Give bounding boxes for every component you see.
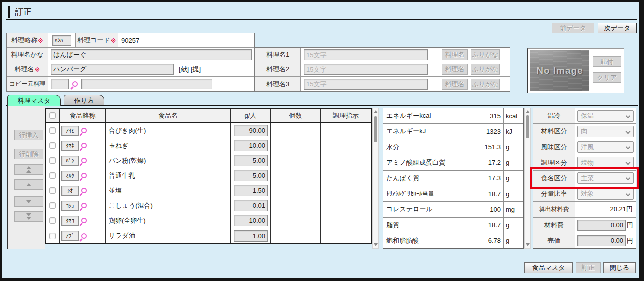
grams-input[interactable]: 1.00 — [234, 230, 268, 242]
search-icon[interactable] — [81, 188, 87, 193]
calculated-cost-row: 算出材料費 20.21円 — [533, 202, 636, 217]
copy-source-row: コピー元料理 — [7, 77, 254, 91]
alt-name-2-furigana-button[interactable]: ふりがな — [471, 64, 500, 75]
next-data-button[interactable]: 次データ — [598, 23, 637, 33]
col-header-count: 個数 — [271, 109, 321, 122]
scroll-down-icon[interactable] — [526, 243, 530, 246]
search-icon[interactable] — [81, 128, 87, 133]
ratio-select[interactable]: 対象 — [577, 188, 634, 200]
nutrition-scrollbar[interactable] — [524, 108, 531, 249]
abbr-input[interactable]: ﾀﾏｺ — [61, 216, 79, 226]
tab-dish-master[interactable]: 料理マスタ — [7, 95, 61, 106]
row-checkbox[interactable] — [49, 172, 56, 179]
alt-name-1-name-button[interactable]: 料理名 — [442, 49, 468, 60]
search-icon[interactable] — [81, 233, 87, 239]
row-checkbox[interactable] — [49, 127, 56, 134]
clear-image-button[interactable]: クリア — [593, 72, 621, 83]
scroll-down-icon[interactable] — [374, 243, 378, 246]
separator-line — [372, 252, 638, 252]
alt-name-1-furigana-button[interactable]: ふりがな — [471, 49, 500, 60]
instruction-cell — [321, 183, 371, 198]
search-icon[interactable] — [72, 81, 78, 87]
material-category-select[interactable]: 肉 — [577, 126, 634, 137]
search-icon[interactable] — [81, 173, 87, 178]
grams-input[interactable]: 5.00 — [234, 155, 268, 166]
abbr-input[interactable]: ｱﾌﾞ — [61, 231, 79, 241]
select-all-checkbox[interactable] — [49, 112, 56, 119]
tab-recipe[interactable]: 作り方 — [64, 95, 104, 106]
dish-name-input[interactable]: ハンバーグ — [51, 64, 174, 75]
dish-name-label: 料理名※ — [7, 62, 48, 76]
flavor-category-select[interactable]: 洋風 — [577, 141, 634, 153]
alt-name-3-name-button[interactable]: 料理名 — [442, 79, 468, 90]
table-row: ﾐﾙｸ 普通牛乳 5.00 — [46, 168, 371, 183]
copy-source-name-input[interactable] — [81, 79, 212, 89]
dish-abbr-input[interactable]: ﾊﾝﾊ — [52, 35, 71, 46]
food-master-button[interactable]: 食品マスタ — [524, 262, 573, 273]
dish-kana-input[interactable]: はんばーぐ — [51, 49, 252, 60]
grams-input[interactable]: 10.00 — [234, 140, 268, 151]
correct-button[interactable]: 訂正 — [576, 262, 601, 273]
prev-data-button[interactable]: 前データ — [552, 23, 594, 33]
paste-image-button[interactable]: 貼付 — [593, 56, 621, 67]
grams-input[interactable]: 1.50 — [234, 185, 268, 196]
close-button[interactable]: 閉じる — [603, 262, 636, 273]
alt-name-3-furigana-button[interactable]: ふりがな — [471, 79, 500, 90]
ingredients-table: 食品略称 食品名 g/人 個数 調理指示 ｱｲﾋ 合びき肉(生) 90.00 ﾀ… — [45, 108, 372, 244]
abbr-input[interactable]: ﾊﾟﾝ — [61, 156, 79, 166]
food-name: 玉ねぎ — [106, 138, 231, 153]
insert-row-button[interactable]: 行挿入 — [14, 130, 43, 140]
move-down-button[interactable] — [14, 196, 43, 207]
material-cost-input[interactable]: 0.00 — [577, 220, 626, 231]
abbr-input[interactable]: ﾀﾏﾈ — [61, 141, 79, 151]
price-input[interactable]: 0.00 — [577, 235, 626, 246]
scroll-up-icon[interactable] — [374, 110, 378, 113]
alt-name-2-input[interactable] — [304, 64, 428, 75]
copy-source-code-input[interactable] — [51, 79, 69, 89]
dish-category-select[interactable]: 主菜 — [577, 172, 634, 184]
nutrition-row: エネルギーkcal315kcal — [383, 108, 523, 124]
move-bottom-button[interactable] — [14, 211, 43, 222]
cooking-category-select[interactable]: 焼物 — [577, 157, 634, 168]
col-header-grams: g/人 — [231, 109, 271, 122]
scrollbar-thumb[interactable] — [374, 116, 377, 142]
grams-input[interactable]: 5.00 — [234, 170, 268, 181]
search-icon[interactable] — [81, 158, 87, 163]
search-icon[interactable] — [81, 203, 87, 208]
move-top-button[interactable] — [14, 164, 43, 175]
alt-name-row: 料理名1 料理名 ふりがな — [255, 48, 510, 62]
scroll-up-icon[interactable] — [526, 110, 530, 113]
search-icon[interactable] — [81, 218, 87, 223]
title-bar: 訂正 — [6, 5, 637, 20]
search-icon[interactable] — [81, 143, 87, 148]
row-checkbox[interactable] — [49, 217, 56, 224]
alt-name-3-input[interactable] — [304, 79, 428, 90]
alt-name-2-name-button[interactable]: 料理名 — [442, 64, 468, 75]
temp-select[interactable]: 保温 — [577, 110, 634, 122]
table-row: ｺｼｮ こしょう(混合) 0.01 — [46, 198, 371, 213]
ingredients-scrollbar[interactable] — [372, 108, 379, 249]
col-header-abbr: 食品略称 — [60, 109, 106, 122]
down-arrow-icon — [26, 200, 31, 203]
row-checkbox[interactable] — [49, 202, 56, 209]
abbr-input[interactable]: ﾐﾙｸ — [61, 171, 79, 181]
row-checkbox[interactable] — [49, 142, 56, 149]
scrollbar-thumb[interactable] — [526, 115, 529, 138]
row-checkbox[interactable] — [49, 187, 56, 194]
abbr-input[interactable]: ｱｲﾋ — [61, 126, 79, 136]
row-checkbox[interactable] — [49, 233, 56, 239]
alt-name-1-input[interactable] — [304, 49, 428, 60]
abbr-input[interactable]: ｼｵ — [61, 186, 79, 196]
col-header-name: 食品名 — [106, 109, 231, 122]
move-up-button[interactable] — [14, 179, 43, 190]
temp-row: 温冷 保温 — [533, 108, 636, 124]
abbr-input[interactable]: ｺｼｮ — [61, 201, 79, 211]
row-checkbox[interactable] — [49, 157, 56, 164]
count-cell — [271, 153, 321, 168]
grams-input[interactable]: 90.00 — [234, 125, 268, 136]
grams-input[interactable]: 0.01 — [234, 200, 268, 211]
delete-row-button[interactable]: 行削除 — [14, 149, 43, 159]
grams-input[interactable]: 10.00 — [234, 215, 268, 226]
chevron-down-icon — [626, 176, 631, 181]
alt-name-1-label: 料理名1 — [255, 48, 301, 62]
